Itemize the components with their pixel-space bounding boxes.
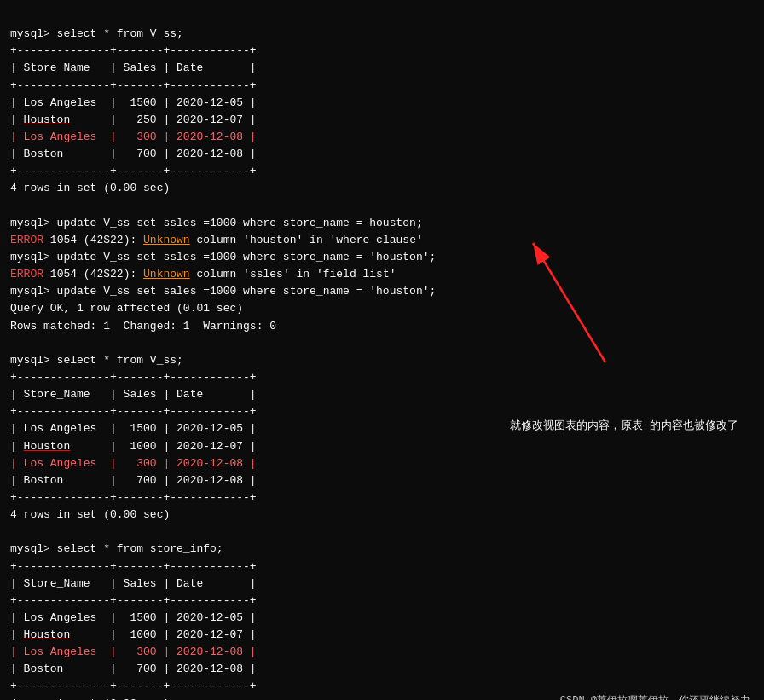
csdn-footer: CSDN @莱伊拉啊莱伊拉，你还要继续努力 (560, 693, 750, 700)
result-2a: Query OK, 1 row affected (0.01 sec) (10, 302, 243, 315)
result-4: 4 rows in set (0.00 sec) (10, 697, 170, 700)
error-2a: ERROR 1054 (42S22): Unknown column 'hous… (10, 234, 423, 246)
border-1b: +--------------+-------+------------+ (10, 79, 257, 92)
border-1c: +--------------+-------+------------+ (10, 165, 257, 177)
row-3-boston: | Boston | 700 | 2020-12-08 | (10, 474, 257, 487)
row-3-la2: | Los Angeles | 300 | 2020-12-08 | (10, 457, 257, 470)
row-4-boston: | Boston | 700 | 2020-12-08 | (10, 662, 257, 675)
result-2b: Rows matched: 1 Changed: 1 Warnings: 0 (10, 320, 276, 333)
border-3b: +--------------+-------+------------+ (10, 405, 257, 418)
border-3c: +--------------+-------+------------+ (10, 491, 257, 504)
prompt-2b: mysql> update V_ss set ssles =1000 where… (10, 251, 436, 263)
prompt-3: mysql> select * from V_ss; (10, 354, 183, 367)
border-4b: +--------------+-------+------------+ (10, 594, 257, 607)
row-3-houston: | Houston | 1000 | 2020-12-07 | (10, 440, 257, 453)
header-1: | Store_Name | Sales | Date | (10, 61, 257, 74)
prompt-2a: mysql> update V_ss set ssles =1000 where… (10, 217, 423, 229)
row-1-la2: | Los Angeles | 300 | 2020-12-08 | (10, 130, 257, 143)
prompt-2c: mysql> update V_ss set sales =1000 where… (10, 285, 436, 298)
row-3-la: | Los Angeles | 1500 | 2020-12-05 | (10, 422, 257, 435)
row-1-la: | Los Angeles | 1500 | 2020-12-05 | (10, 96, 257, 109)
border-1a: +--------------+-------+------------+ (10, 44, 257, 57)
header-4: | Store_Name | Sales | Date | (10, 577, 257, 590)
row-4-la: | Los Angeles | 1500 | 2020-12-05 | (10, 611, 257, 624)
header-3: | Store_Name | Sales | Date | (10, 388, 257, 401)
border-4c: +--------------+-------+------------+ (10, 680, 257, 692)
row-1-boston: | Boston | 700 | 2020-12-08 | (10, 148, 257, 160)
result-1: 4 rows in set (0.00 sec) (10, 182, 170, 194)
border-3a: +--------------+-------+------------+ (10, 371, 257, 384)
row-1-houston: | Houston | 250 | 2020-12-07 | (10, 113, 257, 126)
prompt-1: mysql> select * from V_ss; (10, 27, 183, 40)
terminal-output: mysql> select * from V_ss; +------------… (10, 9, 754, 700)
result-3: 4 rows in set (0.00 sec) (10, 508, 170, 521)
error-2b: ERROR 1054 (42S22): Unknown column 'ssle… (10, 268, 396, 281)
row-4-houston: | Houston | 1000 | 2020-12-07 | (10, 628, 257, 641)
annotation-text: 就修改视图表的内容，原表 的内容也被修改了 (510, 418, 738, 436)
border-4a: +--------------+-------+------------+ (10, 560, 257, 573)
row-4-la2: | Los Angeles | 300 | 2020-12-08 | (10, 645, 257, 658)
prompt-4: mysql> select * from store_info; (10, 542, 223, 555)
